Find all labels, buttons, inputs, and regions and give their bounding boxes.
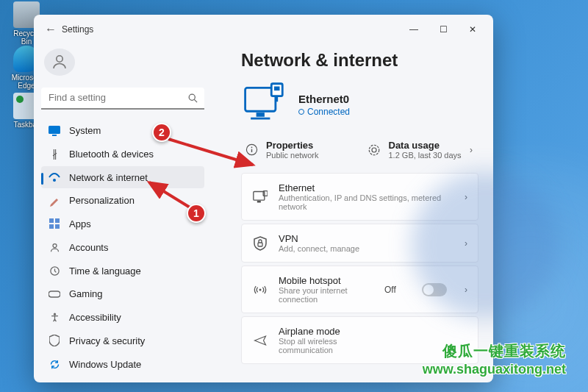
connection-card: Ethernet0 Connected xyxy=(241,81,478,128)
chevron-right-icon: › xyxy=(470,145,476,155)
svg-point-1 xyxy=(189,94,195,100)
apps-icon xyxy=(49,218,60,230)
hotspot-icon xyxy=(252,283,268,296)
sidebar-item-gaming[interactable]: Gaming xyxy=(41,283,204,305)
properties-sub: Public network xyxy=(266,151,354,160)
card-ethernet[interactable]: Ethernet Authentication, IP and DNS sett… xyxy=(241,173,478,221)
sidebar-item-label: Accounts xyxy=(69,242,108,253)
personalization-icon xyxy=(49,195,60,207)
sidebar-item-label: Time & language xyxy=(69,266,141,277)
sidebar-item-time[interactable]: Time & language xyxy=(41,260,204,282)
card-title: Ethernet xyxy=(279,182,454,193)
svg-rect-28 xyxy=(258,243,262,246)
bluetooth-icon: ∦ xyxy=(49,148,60,160)
svg-rect-18 xyxy=(274,87,280,91)
card-sub: Stop all wireless communication xyxy=(279,337,374,354)
data-usage-icon xyxy=(367,143,381,157)
hotspot-toggle[interactable] xyxy=(422,283,447,296)
card-vpn[interactable]: VPN Add, connect, manage › xyxy=(241,224,478,263)
sidebar-item-accessibility[interactable]: Accessibility xyxy=(41,307,204,329)
card-sub: Share your internet connection xyxy=(279,286,374,304)
svg-rect-7 xyxy=(55,218,60,223)
connection-status: Connected xyxy=(298,107,350,117)
svg-rect-6 xyxy=(49,218,54,223)
connection-name: Ethernet0 xyxy=(298,93,350,105)
card-sub: Authentication, IP and DNS settings, met… xyxy=(279,193,454,211)
svg-point-13 xyxy=(53,313,55,316)
chevron-right-icon: › xyxy=(465,192,467,202)
annotation-badge-1: 1 xyxy=(187,204,206,223)
status-dot-icon xyxy=(298,109,304,115)
sidebar-item-label: Apps xyxy=(69,218,91,229)
sidebar-item-label: Network & internet xyxy=(69,172,148,183)
svg-point-24 xyxy=(372,148,376,152)
gaming-icon xyxy=(49,288,60,300)
svg-point-5 xyxy=(53,179,56,182)
minimize-button[interactable]: — xyxy=(399,24,429,35)
close-button[interactable]: ✕ xyxy=(458,24,487,35)
titlebar: ← Settings — ☐ ✕ xyxy=(34,15,493,44)
svg-rect-3 xyxy=(49,126,60,134)
usage-title: Data usage xyxy=(389,140,463,151)
annotation-arrow-2 xyxy=(165,132,268,176)
card-title: Mobile hotspot xyxy=(279,275,374,286)
window-title: Settings xyxy=(62,24,93,35)
maximize-button[interactable]: ☐ xyxy=(429,24,458,35)
avatar[interactable] xyxy=(44,49,75,76)
person-icon xyxy=(51,53,68,71)
svg-point-0 xyxy=(57,56,62,62)
ethernet-monitor-icon xyxy=(241,81,285,128)
sidebar-item-label: Gaming xyxy=(69,288,103,299)
search-icon xyxy=(187,93,198,107)
svg-point-23 xyxy=(369,145,379,155)
sidebar-item-label: Personalization xyxy=(69,195,135,206)
svg-rect-8 xyxy=(49,224,54,229)
privacy-icon xyxy=(49,335,60,346)
svg-line-2 xyxy=(194,99,197,102)
chevron-right-icon: › xyxy=(465,285,467,295)
sidebar-item-update[interactable]: Windows Update xyxy=(41,353,204,375)
card-hotspot[interactable]: Mobile hotspot Share your internet conne… xyxy=(241,266,478,313)
svg-rect-4 xyxy=(52,135,57,136)
watermark-text-2: www.shaguaxitong.net xyxy=(423,362,566,377)
data-usage-tile[interactable]: Data usage 1.2 GB, last 30 days › xyxy=(364,135,479,164)
sidebar-item-label: Windows Update xyxy=(69,359,141,370)
sidebar-item-privacy[interactable]: Privacy & security xyxy=(41,330,204,352)
svg-point-29 xyxy=(259,288,262,291)
accessibility-icon xyxy=(49,312,60,324)
chevron-right-icon: › xyxy=(465,238,467,249)
svg-point-10 xyxy=(53,243,57,247)
toggle-state-label: Off xyxy=(384,285,396,295)
sidebar-item-label: Privacy & security xyxy=(69,335,145,346)
card-sub: Add, connect, manage xyxy=(279,244,454,253)
sidebar-item-label: System xyxy=(69,125,101,136)
airplane-icon xyxy=(252,334,268,347)
card-title: VPN xyxy=(279,233,454,244)
svg-rect-9 xyxy=(55,224,60,229)
system-icon xyxy=(49,125,60,137)
update-icon xyxy=(49,358,60,370)
svg-rect-12 xyxy=(49,291,60,297)
svg-rect-15 xyxy=(257,113,265,117)
search-box[interactable] xyxy=(41,88,204,110)
search-input[interactable] xyxy=(41,88,204,110)
sidebar-item-accounts[interactable]: Accounts xyxy=(41,237,204,259)
svg-line-31 xyxy=(168,139,253,165)
card-title: Airplane mode xyxy=(279,326,374,337)
time-icon xyxy=(49,265,60,277)
sidebar-item-label: Accessibility xyxy=(69,312,121,323)
usage-sub: 1.2 GB, last 30 days xyxy=(389,151,463,160)
svg-rect-16 xyxy=(251,118,270,120)
annotation-badge-2: 2 xyxy=(152,123,171,142)
page-title: Network & internet xyxy=(241,50,478,71)
vpn-icon xyxy=(252,236,268,251)
network-icon xyxy=(49,171,60,183)
watermark-text-1: 傻瓜一键重装系统 xyxy=(442,341,566,361)
back-button[interactable]: ← xyxy=(40,23,62,36)
accounts-icon xyxy=(49,241,60,253)
properties-title: Properties xyxy=(266,140,354,151)
sidebar-item-label: Bluetooth & devices xyxy=(69,149,154,160)
settings-window: ← Settings — ☐ ✕ System ∦ Bluetooth & de… xyxy=(34,15,493,382)
